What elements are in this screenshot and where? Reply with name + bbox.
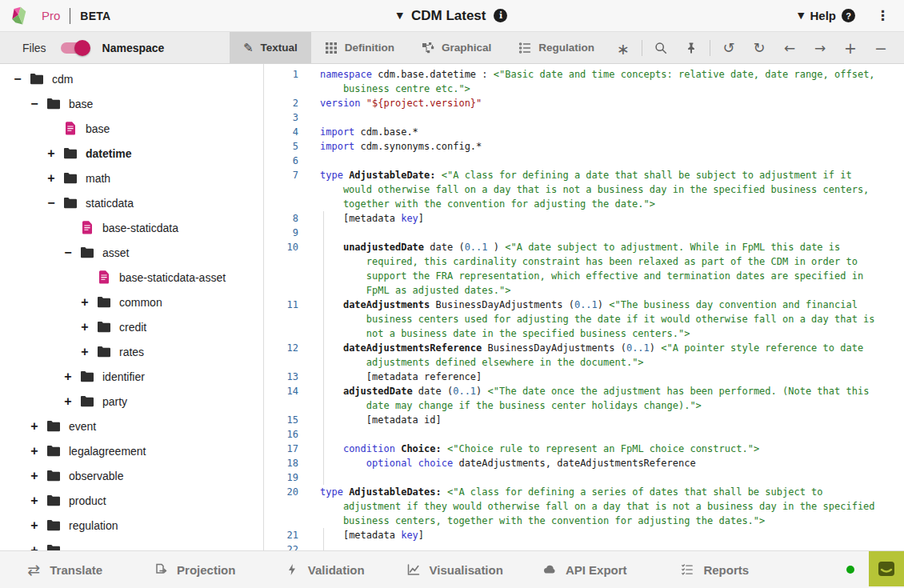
- arrow-right-icon[interactable]: →: [809, 37, 831, 59]
- tree-item-observable[interactable]: +observable: [0, 463, 263, 488]
- tree-item-datetime[interactable]: +datetime: [0, 141, 263, 166]
- tree-item-cdm[interactable]: −cdm: [0, 66, 263, 91]
- code-line-7[interactable]: 7type AdjustableDate: <"A class for defi…: [264, 168, 904, 211]
- undo-icon[interactable]: ↺: [718, 37, 740, 59]
- tab-graphical[interactable]: Graphical: [408, 32, 505, 63]
- minus-icon[interactable]: −: [870, 37, 892, 59]
- expand-icon[interactable]: +: [26, 444, 42, 458]
- plus-icon[interactable]: +: [839, 37, 862, 59]
- code-line-16[interactable]: 16: [264, 427, 904, 442]
- code-line-14[interactable]: 14adjustedDate date (0..1) <"The date on…: [264, 384, 904, 413]
- bottom-item-reports[interactable]: Reports: [650, 561, 781, 578]
- expand-icon[interactable]: +: [26, 543, 42, 551]
- expand-icon[interactable]: +: [26, 469, 42, 483]
- tree-item-staticdata[interactable]: −staticdata: [0, 190, 263, 215]
- code-line-22[interactable]: 22: [264, 542, 904, 550]
- bottom-item-visualisation[interactable]: Visualisation: [390, 561, 521, 578]
- folder-icon: [62, 172, 78, 184]
- expand-icon[interactable]: +: [77, 345, 93, 359]
- line-number: 22: [264, 542, 298, 550]
- folder-icon: [46, 98, 62, 110]
- search-icon[interactable]: [650, 37, 672, 59]
- tree-item-base-staticdata-asset[interactable]: base-staticdata-asset: [0, 265, 263, 290]
- files-namespace-toggle[interactable]: [61, 42, 88, 54]
- bottom-item-api-export[interactable]: API Export: [520, 561, 650, 578]
- expand-icon[interactable]: +: [77, 295, 93, 310]
- tree-item-math[interactable]: +math: [0, 166, 263, 190]
- tree-item-label: rates: [119, 346, 144, 358]
- tree-item-asset[interactable]: −asset: [0, 240, 263, 265]
- code-line-19[interactable]: 19: [264, 470, 904, 485]
- tree-item-common[interactable]: +common: [0, 290, 263, 314]
- expand-icon[interactable]: +: [60, 394, 76, 409]
- expand-icon[interactable]: +: [43, 171, 59, 186]
- tree-item-clipped[interactable]: +: [0, 538, 263, 550]
- asterisk-icon[interactable]: ∗: [612, 37, 634, 59]
- arrow-left-icon[interactable]: ←: [778, 37, 801, 59]
- expand-icon[interactable]: +: [43, 146, 59, 161]
- tree-item-base[interactable]: −base: [0, 91, 263, 116]
- chevron-down-icon: ▼: [798, 10, 804, 21]
- collapse-icon[interactable]: −: [26, 97, 42, 111]
- expand-icon[interactable]: +: [60, 370, 76, 384]
- info-icon[interactable]: i: [494, 9, 507, 22]
- tab-definition[interactable]: Definition: [311, 32, 408, 63]
- code-line-12[interactable]: 12dateAdjustmentsReference BusinessDayAd…: [264, 341, 904, 370]
- tab-regulation[interactable]: Regulation: [505, 32, 608, 63]
- tree-item-legalagreement[interactable]: +legalagreement: [0, 438, 263, 463]
- tree-item-regulation[interactable]: +regulation: [0, 513, 263, 538]
- tree-item-base[interactable]: base: [0, 116, 263, 141]
- code-line-6[interactable]: 6: [264, 154, 904, 168]
- line-number: 5: [264, 139, 298, 154]
- collapse-icon[interactable]: −: [10, 72, 26, 86]
- tree-item-rates[interactable]: +rates: [0, 339, 263, 364]
- code-line-10[interactable]: 10unadjustedDate date (0..1 ) <"A date s…: [264, 240, 904, 298]
- code-line-15[interactable]: 15[metadata id]: [264, 413, 904, 427]
- collapse-icon[interactable]: −: [60, 246, 76, 260]
- tree-item-product[interactable]: +product: [0, 488, 263, 513]
- code-line-13[interactable]: 13[metadata reference]: [264, 370, 904, 384]
- redo-icon[interactable]: ↻: [748, 37, 770, 59]
- code-line-8[interactable]: 8[metadata key]: [264, 211, 904, 226]
- bottom-item-validation[interactable]: Validation: [260, 561, 390, 578]
- code-line-18[interactable]: 18optional choice dateAdjustments, dateA…: [264, 456, 904, 470]
- bottom-item-projection[interactable]: Projection: [130, 561, 261, 578]
- expand-icon[interactable]: +: [26, 419, 42, 434]
- file-icon: [79, 221, 95, 234]
- expand-icon[interactable]: +: [26, 518, 42, 533]
- toolbar: Files Namespace ✎TextualDefinitionGraphi…: [0, 32, 904, 64]
- folder-icon: [46, 494, 62, 506]
- line-number: 13: [264, 370, 298, 384]
- tree-item-base-staticdata[interactable]: base-staticdata: [0, 215, 263, 240]
- bottom-item-translate[interactable]: ⇄Translate: [0, 561, 130, 578]
- tree-item-label: common: [119, 296, 162, 309]
- code-line-3[interactable]: 3: [264, 110, 904, 125]
- project-selector[interactable]: CDM Latest: [411, 8, 486, 24]
- namespace-tree: −cdm−basebase+datetime+math−staticdataba…: [0, 64, 264, 550]
- code-line-20[interactable]: 20type AdjustableDates: <"A class for de…: [264, 485, 904, 528]
- collapse-icon[interactable]: −: [43, 196, 59, 210]
- code-line-5[interactable]: 5import cdm.synonyms.config.*: [264, 139, 904, 154]
- code-editor[interactable]: 1namespace cdm.base.datetime : <"Basic d…: [264, 64, 904, 550]
- bottom-item-label: Validation: [308, 563, 365, 577]
- tree-item-event[interactable]: +event: [0, 414, 263, 438]
- code-line-11[interactable]: 11dateAdjustments BusinessDayAdjustments…: [264, 298, 904, 341]
- tree-item-identifier[interactable]: +identifier: [0, 364, 263, 389]
- pin-icon[interactable]: [680, 37, 702, 59]
- code-line-21[interactable]: 21[metadata key]: [264, 528, 904, 542]
- toggle-knob: [74, 40, 90, 56]
- expand-icon[interactable]: +: [77, 320, 93, 334]
- help-menu[interactable]: ▼ Help ?: [798, 9, 855, 22]
- code-line-17[interactable]: 17condition Choice: <"Choice rule to rep…: [264, 442, 904, 456]
- code-line-4[interactable]: 4import cdm.base.*: [264, 125, 904, 139]
- tree-item-credit[interactable]: +credit: [0, 314, 263, 339]
- code-line-1[interactable]: 1namespace cdm.base.datetime : <"Basic d…: [264, 67, 904, 96]
- code-line-2[interactable]: 2version "${project.version}": [264, 96, 904, 110]
- code-line-9[interactable]: 9: [264, 226, 904, 240]
- intercom-chat-button[interactable]: [869, 551, 904, 586]
- tab-textual[interactable]: ✎Textual: [230, 32, 311, 63]
- tree-item-party[interactable]: +party: [0, 389, 263, 414]
- expand-icon[interactable]: +: [26, 494, 42, 508]
- hierarchy-icon: [422, 42, 434, 54]
- kebab-menu-icon[interactable]: ⋮: [876, 9, 890, 22]
